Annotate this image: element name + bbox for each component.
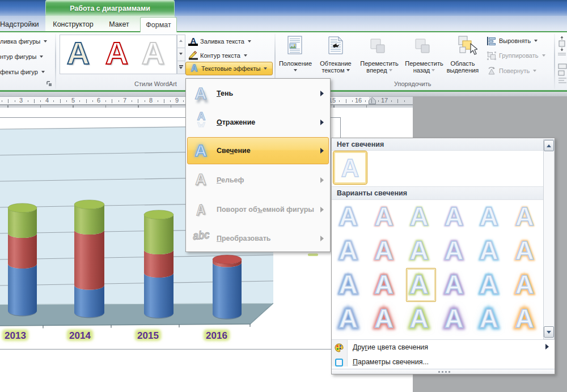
svg-text:2014: 2014 [69, 330, 91, 341]
svg-text:2015: 2015 [137, 330, 159, 341]
svg-text:2016: 2016 [206, 330, 227, 341]
svg-text:2013: 2013 [5, 330, 26, 341]
